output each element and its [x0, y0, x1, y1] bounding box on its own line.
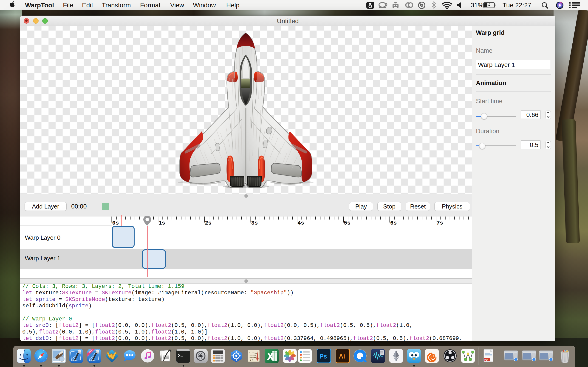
svg-text:PDF: PDF [484, 359, 489, 361]
svg-text:6s: 6s [390, 220, 397, 226]
svg-text:1s: 1s [158, 220, 165, 226]
svg-text:♪♫: ♪♫ [250, 358, 254, 361]
svg-text:2s: 2s [205, 220, 212, 226]
svg-text:4s: 4s [297, 220, 304, 226]
svg-text:3s: 3s [251, 220, 258, 226]
svg-text:7s: 7s [436, 220, 443, 226]
svg-text:5s: 5s [344, 220, 351, 226]
svg-text:Ps: Ps [320, 353, 327, 360]
svg-text:0s: 0s [112, 220, 119, 226]
svg-text:Ai: Ai [339, 353, 345, 360]
